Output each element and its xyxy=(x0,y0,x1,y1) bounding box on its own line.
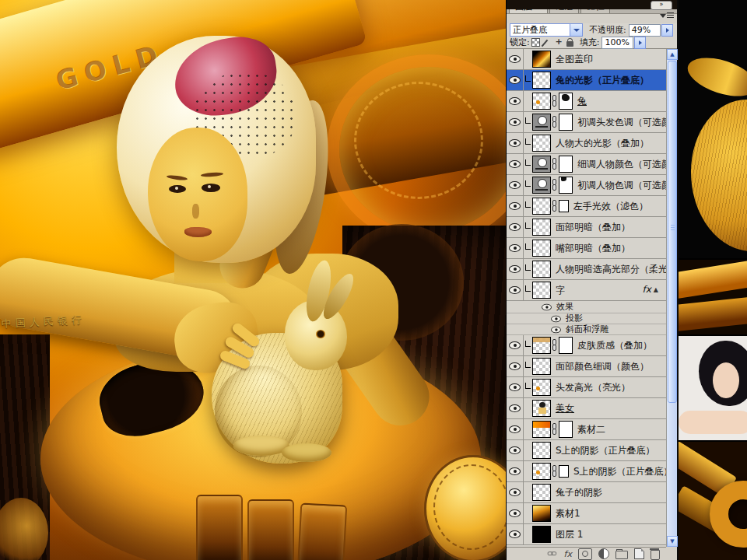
visibility-cell[interactable] xyxy=(507,440,524,460)
eye-icon[interactable] xyxy=(509,223,521,231)
layer-row[interactable]: 左手光效（滤色） xyxy=(507,196,666,217)
layer-row[interactable]: 兔 xyxy=(507,91,666,112)
eye-icon[interactable] xyxy=(509,97,521,105)
layer-row[interactable]: 全图盖印 xyxy=(507,49,666,70)
visibility-cell[interactable] xyxy=(507,196,524,216)
mask-link-icon[interactable] xyxy=(552,465,558,478)
layer-thumbnail[interactable] xyxy=(532,463,551,480)
eye-icon[interactable] xyxy=(509,530,521,538)
layer-row[interactable]: 兔的光影（正片叠底） xyxy=(507,70,666,91)
visibility-cell[interactable] xyxy=(507,70,524,90)
blend-mode-select[interactable]: 正片叠底 xyxy=(510,23,583,37)
visibility-cell[interactable] xyxy=(507,238,524,258)
eye-icon[interactable] xyxy=(509,404,521,412)
eye-icon[interactable] xyxy=(509,118,521,126)
layer-mask-thumbnail[interactable] xyxy=(559,114,573,131)
visibility-cell[interactable] xyxy=(507,259,524,279)
layer-style-icon[interactable]: fx xyxy=(564,549,572,559)
visibility-cell[interactable] xyxy=(507,335,524,355)
layer-row[interactable]: 面部明暗（叠加） xyxy=(507,217,666,238)
visibility-cell[interactable] xyxy=(507,133,524,153)
layer-row[interactable]: 初调头发色调（可选颜色） xyxy=(507,112,666,133)
layer-mask-thumbnail[interactable] xyxy=(559,200,569,212)
eye-icon[interactable] xyxy=(509,160,521,168)
panel-collapse-icon[interactable]: » xyxy=(651,1,672,10)
eye-icon[interactable] xyxy=(509,244,521,252)
layer-row[interactable]: 人物大的光影（叠加） xyxy=(507,133,666,154)
layer-thumbnail[interactable] xyxy=(532,400,551,417)
layer-thumbnail[interactable] xyxy=(532,219,551,236)
link-layers-icon[interactable] xyxy=(547,549,555,559)
layer-row[interactable]: 素材1 xyxy=(507,503,666,524)
layer-thumbnail[interactable] xyxy=(532,526,551,543)
layer-row[interactable]: 细调人物颜色（可选颜色） xyxy=(507,154,666,175)
panel-menu-icon[interactable] xyxy=(660,11,674,20)
scroll-down-icon[interactable]: ▼ xyxy=(667,536,678,547)
delete-layer-icon[interactable] xyxy=(651,550,660,560)
mask-link-icon[interactable] xyxy=(552,116,558,128)
eye-icon[interactable] xyxy=(509,467,521,475)
eye-icon[interactable] xyxy=(509,383,521,391)
layer-mask-thumbnail[interactable] xyxy=(559,156,573,173)
eye-icon[interactable] xyxy=(509,488,521,496)
layer-thumbnail[interactable] xyxy=(532,379,551,396)
visibility-cell[interactable] xyxy=(507,49,524,69)
eye-icon[interactable] xyxy=(509,202,521,210)
effect-row[interactable]: 效果 xyxy=(507,301,666,313)
layer-mask-thumbnail[interactable] xyxy=(559,421,573,438)
mask-link-icon[interactable] xyxy=(552,339,558,352)
visibility-cell[interactable] xyxy=(507,461,524,481)
visibility-cell[interactable] xyxy=(507,112,524,132)
fx-badge[interactable]: fx xyxy=(643,284,651,295)
layer-mask-thumbnail[interactable] xyxy=(559,177,573,194)
eye-icon[interactable] xyxy=(509,362,521,370)
layer-thumbnail[interactable] xyxy=(532,442,551,459)
layer-row[interactable]: 皮肤质感（叠加） xyxy=(507,335,666,356)
fill-input[interactable]: 100% xyxy=(601,37,633,49)
scroll-up-icon[interactable]: ▲ xyxy=(667,49,678,60)
visibility-cell[interactable] xyxy=(507,482,524,502)
eye-icon[interactable] xyxy=(509,76,521,84)
new-group-icon[interactable] xyxy=(615,551,628,559)
effect-row[interactable]: 投影 xyxy=(507,313,666,324)
visibility-cell[interactable] xyxy=(507,524,524,544)
layer-row[interactable]: 嘴部明暗（叠加） xyxy=(507,238,666,259)
mask-link-icon[interactable] xyxy=(552,158,558,170)
fill-slider-arrow-icon[interactable] xyxy=(634,37,646,49)
layer-thumbnail[interactable] xyxy=(532,177,551,194)
mask-link-icon[interactable] xyxy=(552,200,558,212)
layer-mask-thumbnail[interactable] xyxy=(559,337,573,354)
lock-transparency-icon[interactable] xyxy=(531,38,540,47)
layer-thumbnail[interactable] xyxy=(532,358,551,375)
layer-thumbnail[interactable] xyxy=(532,114,551,131)
layer-thumbnail[interactable] xyxy=(532,261,551,278)
layer-mask-thumbnail[interactable] xyxy=(559,93,573,110)
eye-icon[interactable] xyxy=(509,139,521,147)
eye-icon[interactable] xyxy=(509,425,521,433)
layer-row[interactable]: 字 fx▲ xyxy=(507,280,666,301)
layer-thumbnail[interactable] xyxy=(532,421,551,438)
layer-thumbnail[interactable] xyxy=(532,198,551,215)
layer-thumbnail[interactable] xyxy=(532,93,551,110)
eye-icon[interactable] xyxy=(542,303,552,310)
mask-link-icon[interactable] xyxy=(552,179,558,191)
layer-mask-thumbnail[interactable] xyxy=(559,465,569,478)
layer-row[interactable]: 美女 xyxy=(507,398,666,419)
mask-link-icon[interactable] xyxy=(552,423,558,436)
layer-thumbnail[interactable] xyxy=(532,51,551,68)
visibility-cell[interactable] xyxy=(507,419,524,439)
opacity-slider-arrow-icon[interactable] xyxy=(661,24,673,37)
document-canvas[interactable]: GOLD xyxy=(0,0,506,560)
layer-thumbnail[interactable] xyxy=(532,135,551,152)
layer-row[interactable]: 头发高光（亮光） xyxy=(507,377,666,398)
adjustment-layer-icon[interactable] xyxy=(598,548,609,559)
eye-icon[interactable] xyxy=(509,446,521,454)
lock-paint-icon[interactable] xyxy=(543,38,552,47)
visibility-cell[interactable] xyxy=(507,398,524,418)
layer-thumbnail[interactable] xyxy=(532,337,551,354)
effect-row[interactable]: 斜面和浮雕 xyxy=(507,324,666,335)
layer-row[interactable]: 素材二 xyxy=(507,419,666,440)
layer-thumbnail[interactable] xyxy=(532,156,551,173)
layer-thumbnail[interactable] xyxy=(532,72,551,89)
eye-icon[interactable] xyxy=(509,181,521,189)
